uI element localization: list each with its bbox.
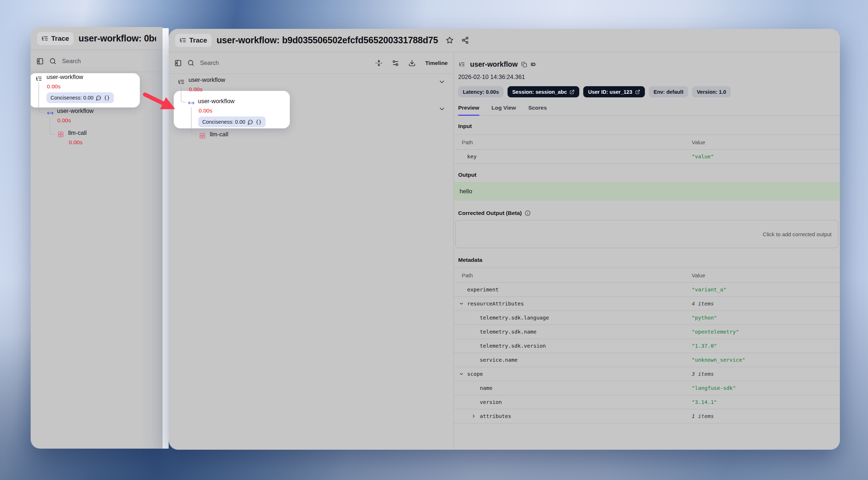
table-row-expandable[interactable]: attributes 1 items bbox=[454, 409, 840, 423]
table-row-expandable[interactable]: resourceAttributes 4 items bbox=[454, 297, 840, 311]
external-link-icon bbox=[570, 89, 575, 94]
user-badge[interactable]: User ID: user_123 bbox=[583, 86, 645, 97]
search-input[interactable]: Search bbox=[200, 60, 219, 66]
table-row[interactable]: telemetry.sdk.name "opentelemetry" bbox=[454, 325, 840, 339]
search-icon bbox=[187, 60, 194, 66]
table-row[interactable]: key "value" bbox=[454, 150, 840, 164]
window-gap bbox=[163, 28, 169, 449]
session-badge[interactable]: Session: session_abc bbox=[508, 86, 580, 97]
version-badge: Version: 1.0 bbox=[692, 86, 731, 97]
tree-node-duration: 0.00s bbox=[69, 139, 83, 146]
tree-node-root[interactable]: user-workflow bbox=[46, 74, 83, 80]
front-search-row: Search Timeline bbox=[169, 52, 453, 74]
id-label: ID bbox=[531, 62, 536, 67]
generation-flower-icon bbox=[199, 132, 206, 139]
output-section-heading: Output bbox=[454, 172, 840, 178]
tree-node-child[interactable]: user-workflow bbox=[198, 98, 235, 105]
back-window-titlebar: Trace user-workflow: 0bde bbox=[31, 27, 163, 50]
output-value: hello bbox=[454, 182, 840, 201]
trace-type-badge: Trace bbox=[175, 34, 212, 47]
table-header-row: Path Value bbox=[454, 135, 840, 150]
trace-timestamp: 2026-02-10 14:36:24.361 bbox=[454, 69, 840, 80]
list-tree-icon bbox=[459, 61, 465, 67]
table-row[interactable]: name "langfuse-sdk" bbox=[454, 381, 840, 395]
timeline-toggle[interactable]: Timeline bbox=[425, 60, 448, 66]
download-icon[interactable] bbox=[408, 60, 416, 67]
external-link-icon bbox=[635, 89, 640, 94]
chevron-down-icon[interactable] bbox=[459, 301, 464, 306]
tree-guide bbox=[39, 82, 44, 113]
comment-bubble-icon bbox=[96, 95, 101, 101]
info-icon[interactable] bbox=[525, 210, 531, 216]
chevron-down-icon[interactable] bbox=[438, 105, 446, 113]
tree-node-duration: 0.00s bbox=[47, 83, 61, 90]
trace-detail-panel: user-workflow ID 2026-02-10 14:36:24.361… bbox=[453, 52, 840, 450]
share-icon[interactable] bbox=[461, 36, 469, 44]
tab-scores[interactable]: Scores bbox=[528, 105, 547, 115]
span-horizontal-icon bbox=[47, 110, 54, 116]
front-trace-window: Trace user-workflow: b9d035506502efcfd56… bbox=[169, 29, 840, 450]
detail-tabs: Preview Log View Scores bbox=[454, 97, 840, 116]
latency-badge: Latency: 0.00s bbox=[458, 86, 504, 97]
chevron-right-icon[interactable] bbox=[471, 414, 476, 419]
tree-node-root[interactable]: user-workflow bbox=[189, 76, 225, 83]
tab-preview[interactable]: Preview bbox=[458, 105, 479, 115]
chevron-down-icon[interactable] bbox=[438, 78, 446, 85]
collapse-sidebar-icon[interactable] bbox=[174, 60, 182, 67]
back-window-title: user-workflow: 0bde bbox=[79, 33, 156, 44]
badge-row: Latency: 0.00s Session: session_abc User… bbox=[454, 80, 840, 97]
generation-flower-icon bbox=[57, 131, 64, 138]
span-horizontal-icon bbox=[188, 100, 195, 106]
tree-node-duration: 0.00s bbox=[189, 86, 203, 93]
fold-vertical-icon[interactable] bbox=[375, 60, 382, 67]
env-badge: Env: default bbox=[649, 86, 688, 97]
corrected-output-placeholder: Click to add corrected output bbox=[763, 231, 832, 237]
conciseness-score-badge[interactable]: Conciseness: 0.00 {} bbox=[198, 116, 266, 127]
table-row[interactable]: experiment "variant_a" bbox=[454, 283, 840, 297]
list-tree-icon bbox=[180, 37, 186, 44]
tree-node-duration: 0.00s bbox=[199, 107, 212, 114]
tab-log-view[interactable]: Log View bbox=[492, 105, 516, 115]
list-tree-icon bbox=[178, 79, 185, 85]
conciseness-score-badge[interactable]: Conciseness: 0.00 {} bbox=[46, 92, 114, 103]
front-window-titlebar: Trace user-workflow: b9d035506502efcfd56… bbox=[169, 29, 840, 52]
table-row[interactable]: version "3.14.1" bbox=[454, 395, 840, 409]
front-window-title: user-workflow: b9d035506502efcfd56520033… bbox=[217, 35, 438, 45]
metadata-table: Path Value experiment "variant_a" resour… bbox=[454, 268, 840, 423]
chevron-down-icon[interactable] bbox=[459, 371, 464, 376]
metadata-section-heading: Metadata bbox=[454, 257, 840, 263]
score-braces: {} bbox=[256, 119, 261, 125]
corrected-output-heading: Corrected Output (Beta) bbox=[454, 210, 840, 216]
tree-node-llm-call[interactable]: llm-call bbox=[210, 131, 228, 138]
back-search-row: Search bbox=[31, 50, 163, 72]
search-input[interactable]: Search bbox=[62, 58, 81, 65]
settings-sliders-icon[interactable] bbox=[392, 60, 399, 67]
comment-bubble-icon bbox=[248, 119, 253, 125]
trace-label: Trace bbox=[51, 35, 69, 43]
tree-guide bbox=[191, 107, 196, 135]
list-tree-icon bbox=[36, 75, 42, 82]
tree-node-child[interactable]: user-workflow bbox=[57, 107, 94, 114]
copy-icon[interactable] bbox=[521, 62, 527, 67]
table-row[interactable]: telemetry.sdk.language "python" bbox=[454, 311, 840, 325]
tree-guide bbox=[50, 117, 55, 135]
table-row[interactable]: service.name "unknown_service" bbox=[454, 353, 840, 367]
list-tree-icon bbox=[41, 35, 48, 42]
desktop-background: Trace user-workflow: 0bde Search user-wo… bbox=[0, 0, 868, 480]
table-header-row: Path Value bbox=[454, 268, 840, 283]
observation-title: user-workflow bbox=[470, 60, 518, 69]
input-table: Path Value key "value" bbox=[454, 135, 840, 164]
back-trace-window: Trace user-workflow: 0bde Search user-wo… bbox=[31, 27, 163, 449]
detail-header: user-workflow ID bbox=[454, 52, 840, 69]
input-section-heading: Input bbox=[454, 123, 840, 129]
search-icon bbox=[49, 58, 56, 65]
collapse-sidebar-icon[interactable] bbox=[36, 58, 44, 65]
tree-guide bbox=[181, 86, 186, 102]
tree-node-llm-call[interactable]: llm-call bbox=[68, 129, 87, 136]
table-row-expandable[interactable]: scope 3 items bbox=[454, 367, 840, 381]
trace-type-badge: Trace bbox=[37, 32, 74, 45]
corrected-output-box[interactable]: Click to add corrected output bbox=[455, 220, 838, 248]
trace-label: Trace bbox=[189, 36, 207, 44]
star-icon[interactable] bbox=[446, 36, 453, 44]
table-row[interactable]: telemetry.sdk.version "1.37.0" bbox=[454, 339, 840, 353]
